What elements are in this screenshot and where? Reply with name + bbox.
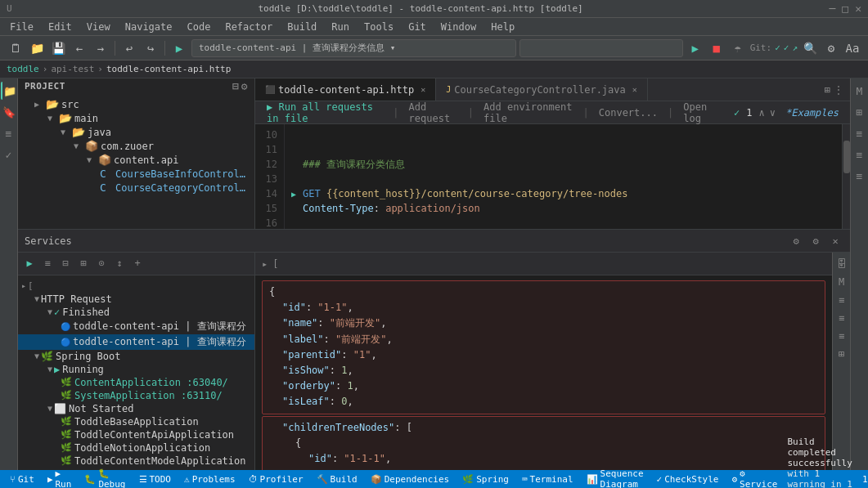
notstarted-arrow[interactable]: ▼ [47, 404, 52, 413]
toolbar-run[interactable]: ▶ [170, 39, 188, 57]
menu-build[interactable]: Build [281, 20, 323, 34]
toolbar-save[interactable]: 💾 [49, 39, 67, 57]
line-arrow[interactable] [291, 144, 303, 156]
right-icon-4[interactable]: ≡ [852, 146, 868, 163]
toolbar-fwd[interactable]: → [92, 39, 110, 57]
svc-pin[interactable]: ↕ [111, 255, 128, 271]
toolbar-undo[interactable]: ↩ [120, 39, 138, 57]
tree-package[interactable]: ▼ 📦 com.zuoer [18, 139, 254, 153]
tab-split[interactable]: ⊞ [825, 84, 830, 96]
convert-btn[interactable]: Convert... [594, 105, 663, 120]
toolbar-play[interactable]: ▶ [686, 39, 704, 57]
breadcrumb-api[interactable]: api-test [51, 64, 94, 74]
status-sequence[interactable]: 📊 Sequence Diagram [583, 468, 647, 488]
svc-filter[interactable]: ⊙ [93, 255, 110, 271]
status-run[interactable]: ▶ ▶ Run [44, 468, 75, 488]
svc-toddle-model[interactable]: 🌿 ToddleContentModelApplication [18, 454, 254, 468]
spring-group-arrow[interactable]: ▼ [34, 351, 39, 360]
menu-git[interactable]: Git [402, 20, 433, 34]
sidebar-project-icon[interactable]: 📁 [1, 82, 17, 100]
menu-window[interactable]: Window [434, 20, 483, 34]
editor-tab-java[interactable]: J CourseCategoryController.java ✕ [436, 78, 648, 101]
status-git[interactable]: ⑂ Git [7, 474, 38, 485]
run-all-btn[interactable]: ▶ Run all requests in file [262, 100, 388, 126]
svc-content-app[interactable]: 🌿 ContentApplication :63040/ [18, 376, 254, 389]
tree-src[interactable]: ▶ 📂 src [18, 97, 254, 111]
tree-coursecategory[interactable]: C CourseCategoryController [18, 181, 254, 195]
sidebar-structure-icon[interactable]: ≡ [1, 124, 17, 142]
svc-finished-group[interactable]: ▼ ✓ Finished [18, 306, 254, 319]
status-todo[interactable]: ☰ TODO [136, 474, 175, 485]
svc-right-4[interactable]: ≡ [834, 310, 850, 326]
svc-http-item-1[interactable]: 🔵 toddle-content-api | 查询课程分 [18, 319, 254, 334]
code-content[interactable]: ### 查询课程分类信息 ▶ GET {{content_host}}/cont… [285, 124, 842, 229]
tab-close-java[interactable]: ✕ [632, 85, 637, 94]
toolbar-search[interactable]: 🔍 [801, 39, 819, 57]
status-problems[interactable]: ⚠ Problems [181, 474, 239, 485]
menu-help[interactable]: Help [484, 20, 521, 34]
tab-menu[interactable]: ⋮ [834, 84, 843, 96]
svc-spring-group[interactable]: ▼ 🌿 Spring Boot [18, 350, 254, 363]
tree-content-api[interactable]: ▼ 📦 content.api [18, 153, 254, 167]
svc-notstarted-group[interactable]: ▼ ⬜ Not Started [18, 402, 254, 415]
toolbar-back[interactable]: ← [70, 39, 88, 57]
window-buttons[interactable]: ─ □ ✕ [830, 2, 861, 15]
toolbar-coverage[interactable]: ☂ [729, 39, 747, 57]
svc-play[interactable]: ▶ [21, 255, 38, 271]
tab-close-http[interactable]: ✕ [421, 85, 425, 94]
svc-collapse[interactable]: ⊟ [57, 255, 74, 271]
right-icon-5[interactable]: ≡ [852, 167, 868, 185]
menu-tools[interactable]: Tools [358, 20, 400, 34]
scroll-thumb[interactable] [843, 141, 850, 173]
add-env-btn[interactable]: Add environment file [479, 100, 578, 126]
svc-expand-icon[interactable]: ▸ [21, 281, 26, 290]
menu-code[interactable]: Code [181, 20, 218, 34]
maximize-btn[interactable]: □ [842, 2, 848, 15]
next-btn[interactable]: ∨ [770, 107, 776, 119]
editor-tab-http[interactable]: ⬛ toddle-content-api.http ✕ [255, 78, 436, 101]
svc-right-6[interactable]: ⊞ [834, 346, 850, 362]
menu-run[interactable]: Run [325, 20, 356, 34]
status-checkstyle[interactable]: ✓ CheckStyle [654, 474, 722, 485]
examples-btn[interactable]: *Examples [780, 105, 843, 120]
window-controls[interactable]: U [7, 3, 12, 14]
menu-edit[interactable]: Edit [42, 20, 79, 34]
svc-group[interactable]: ⊞ [75, 255, 92, 271]
toolbar-settings[interactable]: ⚙ [822, 39, 840, 57]
svc-gear[interactable]: ⚙ [807, 233, 824, 249]
status-build[interactable]: 🔨 Build [313, 474, 361, 485]
right-icon-3[interactable]: ≡ [852, 124, 868, 142]
svc-right-3[interactable]: ≡ [834, 292, 850, 308]
breadcrumb-dropdown[interactable]: toddle-content-api | 查询课程分类信息 ▾ [191, 39, 516, 57]
sidebar-commit-icon[interactable]: ✓ [1, 146, 17, 163]
status-terminal[interactable]: ⌨ Terminal [519, 474, 577, 485]
svc-running-group[interactable]: ▼ ▶ Running [18, 363, 254, 376]
menu-navigate[interactable]: Navigate [119, 20, 179, 34]
menu-file[interactable]: File [3, 20, 40, 34]
svc-system-app[interactable]: 🌿 SystemApplication :63110/ [18, 389, 254, 402]
toolbar-redo[interactable]: ↪ [142, 39, 160, 57]
http-group-arrow[interactable]: ▼ [34, 294, 39, 303]
line-run[interactable]: ▶ [291, 188, 303, 200]
line-arrow[interactable] [291, 159, 303, 171]
tree-main[interactable]: ▼ 📂 main [18, 111, 254, 125]
panel-header-actions[interactable]: ⊟ ⚙ [232, 80, 248, 92]
svc-settings[interactable]: ⚙ [788, 233, 804, 249]
tree-java[interactable]: ▼ 📂 java [18, 125, 254, 139]
open-log-btn[interactable]: Open log [678, 100, 724, 126]
svc-toddle-content[interactable]: 🌿 ToddleContentApiApplication [18, 428, 254, 441]
tree-coursebase[interactable]: C CourseBaseInfoController [18, 167, 254, 181]
status-position[interactable]: 14:1 [859, 474, 868, 485]
svc-http-item-2[interactable]: 🔵 toddle-content-api | 查询课程分 [18, 334, 254, 350]
status-profiler[interactable]: ⏱ Profiler [245, 474, 307, 485]
svc-right-5[interactable]: ≡ [834, 328, 850, 344]
right-icon-1[interactable]: M [852, 82, 868, 100]
right-icon-2[interactable]: ⊞ [852, 103, 868, 121]
line-arrow[interactable] [291, 129, 303, 141]
line-arrow[interactable] [291, 173, 303, 186]
svc-close[interactable]: ✕ [827, 233, 843, 249]
finished-arrow[interactable]: ▼ [47, 307, 52, 316]
svc-right-1[interactable]: 🗄 [834, 256, 850, 272]
menu-view[interactable]: View [80, 20, 117, 34]
status-spring[interactable]: 🌿 Spring [459, 474, 512, 485]
